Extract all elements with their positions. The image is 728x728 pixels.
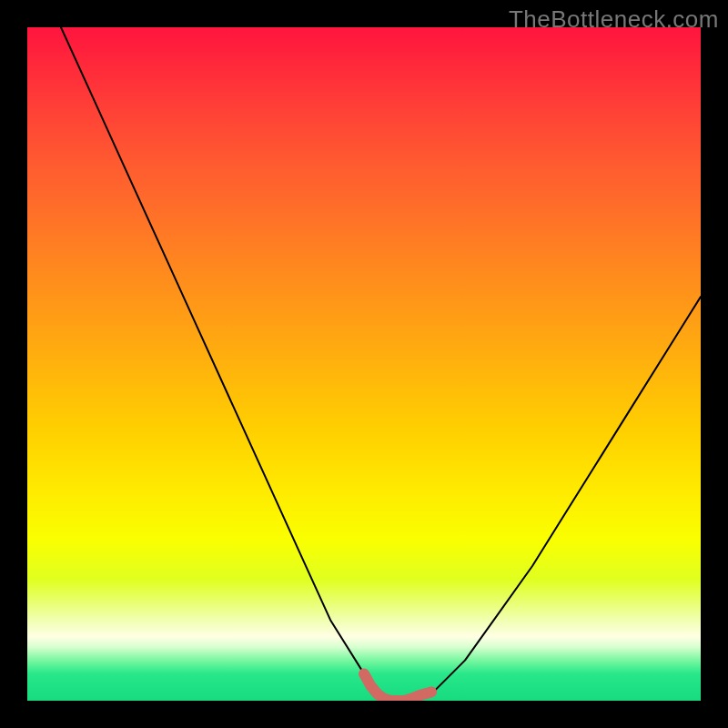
curve-svg [27,27,701,701]
bottleneck-curve [61,27,701,701]
chart-stage: TheBottleneck.com [0,0,728,728]
optimal-zone [364,673,431,701]
watermark-text: TheBottleneck.com [509,5,719,34]
plot-area [27,27,701,701]
